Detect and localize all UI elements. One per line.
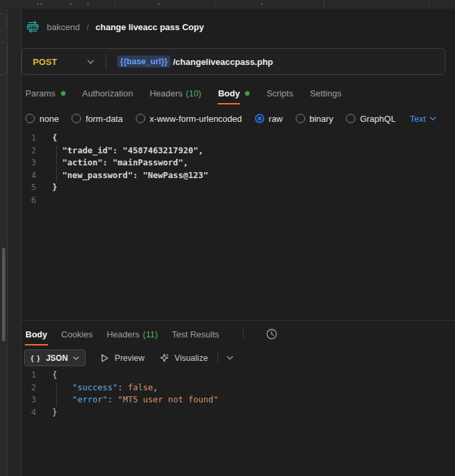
line-number: 2 — [21, 145, 36, 157]
request-tab[interactable]: Headers (10) — [150, 88, 201, 98]
radio-circle-icon[interactable] — [255, 114, 264, 123]
radio-label: GraphQL — [360, 114, 395, 124]
tab-divider — [214, 0, 215, 8]
code-text: { — [52, 132, 58, 145]
url-bar: POST {{base_url}} /changeliveaccpass.php — [21, 48, 446, 75]
radio-label: x-www-form-urlencoded — [150, 114, 242, 124]
http-request-icon: HTTP — [25, 21, 40, 33]
tab-divider — [115, 0, 116, 8]
radio-circle-icon[interactable] — [72, 114, 81, 123]
response-tab[interactable]: Body — [25, 329, 48, 339]
code-line: 3 "action": "mainPassword", — [21, 157, 452, 169]
preview-button[interactable]: Preview — [100, 353, 144, 363]
response-tab[interactable]: Test Results — [172, 329, 219, 339]
format-value: JSON — [46, 353, 68, 363]
request-tab[interactable]: Body — [218, 88, 250, 98]
line-number: 2 — [21, 382, 36, 394]
tab-label: Settings — [310, 88, 341, 98]
tab-label: Cookies — [62, 329, 93, 339]
indent-guide — [56, 382, 57, 406]
response-tab[interactable]: Headers (11) — [106, 329, 157, 339]
radio-circle-icon[interactable] — [25, 114, 35, 123]
tab-divider — [324, 0, 325, 8]
tab-label: Headers — [150, 88, 183, 98]
code-text: "error": "MT5 user not found" — [52, 394, 218, 406]
line-number: 6 — [21, 194, 36, 207]
code-line: 2 "success": false, — [21, 382, 452, 394]
response-tabs-divider — [243, 329, 244, 339]
line-number: 4 — [21, 406, 36, 419]
breadcrumb-separator: / — [86, 22, 89, 32]
body-type-radio[interactable]: x-www-form-urlencoded — [136, 114, 242, 124]
radio-label: raw — [269, 114, 283, 124]
response-tab[interactable]: Cookies — [62, 329, 93, 339]
svg-text:HTTP: HTTP — [27, 25, 39, 29]
sidebar-rail — [0, 9, 8, 476]
tab-remnant-dot — [37, 3, 39, 5]
tab-remnant-dot — [70, 3, 72, 5]
code-line: 4 "new_password": "NewPass@123" — [21, 169, 452, 182]
breadcrumb-request-name[interactable]: change liveacc pass Copy — [96, 22, 204, 32]
sidebar-scrollbar-thumb[interactable] — [2, 248, 5, 341]
raw-language-value: Text — [410, 114, 426, 124]
code-line: 5} — [21, 181, 452, 194]
radio-circle-icon[interactable] — [136, 114, 145, 123]
request-tab[interactable]: Settings — [310, 88, 341, 98]
radio-label: none — [39, 114, 59, 124]
chevron-down-icon — [430, 116, 436, 121]
tab-count-badge: (10) — [186, 88, 201, 98]
tab-bar-remnant — [0, 0, 455, 9]
response-format-dropdown[interactable]: { } JSON — [24, 349, 86, 366]
radio-label: binary — [310, 114, 333, 124]
tab-changes-dot — [245, 91, 250, 96]
line-number: 3 — [21, 394, 36, 406]
indent-guide — [56, 146, 57, 182]
tab-remnant-dot — [87, 3, 89, 5]
request-body-editor[interactable]: 1{2 "trade_id": "4587463217920",3 "actio… — [21, 132, 452, 323]
body-type-radio[interactable]: GraphQL — [346, 114, 395, 124]
response-body-editor[interactable]: 1{2 "success": false,3 "error": "MT5 use… — [21, 369, 452, 422]
body-type-radios: none form-data x-www-form-urlencoded raw… — [25, 114, 395, 124]
code-text: "action": "mainPassword", — [52, 157, 188, 169]
tab-label: Body — [25, 329, 48, 339]
request-tab[interactable]: Params — [25, 88, 66, 98]
radio-circle-icon[interactable] — [346, 114, 355, 123]
url-variable-chip[interactable]: {{base_url}} — [117, 56, 171, 68]
chevron-down-icon[interactable] — [87, 60, 94, 64]
response-section-divider — [21, 320, 455, 321]
body-type-selector: none form-data x-www-form-urlencoded raw… — [25, 108, 436, 129]
method-selector[interactable]: POST — [33, 57, 58, 67]
sidebar-clipped-button — [0, 42, 7, 75]
chevron-down-icon[interactable] — [226, 355, 234, 360]
radio-circle-icon[interactable] — [296, 114, 305, 123]
url-input[interactable]: /changeliveaccpass.php — [173, 57, 273, 67]
tab-count-badge: (11) — [143, 329, 158, 339]
response-history-clock-icon[interactable] — [266, 328, 278, 340]
request-tab[interactable]: Scripts — [266, 88, 293, 98]
code-line: 3 "error": "MT5 user not found" — [21, 394, 452, 406]
response-toolbar: { } JSON Preview Visuali — [24, 349, 234, 366]
tab-label: Test Results — [172, 329, 219, 339]
code-text: "trade_id": "4587463217920", — [52, 145, 203, 157]
body-type-radio[interactable]: none — [25, 114, 59, 124]
visualize-button[interactable]: Visualize — [159, 353, 208, 363]
body-type-radio[interactable]: binary — [296, 114, 333, 124]
chevron-down-icon — [73, 356, 79, 360]
sidebar-sliver — [0, 9, 21, 476]
body-type-radio[interactable]: form-data — [72, 114, 123, 124]
radio-label: form-data — [86, 114, 123, 124]
magic-wand-icon — [159, 353, 169, 363]
tab-label: Headers — [106, 329, 139, 339]
raw-language-dropdown[interactable]: Text — [410, 114, 436, 124]
tab-label: Body — [218, 88, 240, 98]
sidebar-clipped-button — [0, 13, 7, 31]
request-tab[interactable]: Authorization — [82, 88, 133, 98]
code-line: 1{ — [21, 132, 452, 145]
request-pane: HTTP bakcend / change liveacc pass Copy … — [21, 9, 455, 476]
code-text: "new_password": "NewPass@123" — [52, 169, 208, 182]
body-type-radio[interactable]: raw — [255, 114, 283, 124]
tab-remnant-dot — [158, 3, 160, 5]
tab-remnant-dot — [40, 3, 42, 5]
code-line: 6 — [21, 194, 452, 207]
breadcrumb-collection[interactable]: bakcend — [47, 22, 80, 32]
